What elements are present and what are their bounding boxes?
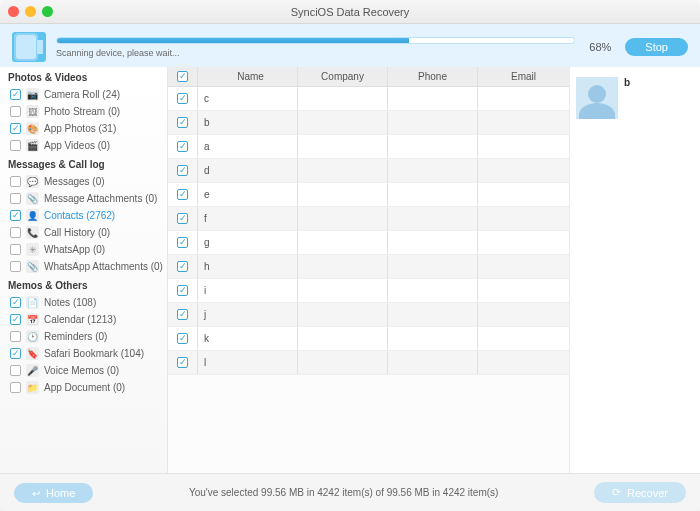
row-checkbox-cell[interactable]: [168, 351, 198, 374]
sidebar-item[interactable]: 📅Calendar (1213): [0, 311, 167, 328]
sidebar-item[interactable]: 💬Messages (0): [0, 173, 167, 190]
row-checkbox[interactable]: [177, 357, 188, 368]
sidebar-item[interactable]: 📄Notes (108): [0, 294, 167, 311]
sidebar-item-checkbox[interactable]: [10, 365, 21, 376]
row-checkbox-cell[interactable]: [168, 207, 198, 230]
cell-email: [478, 303, 569, 326]
sidebar-item[interactable]: 📁App Document (0): [0, 379, 167, 396]
recover-button[interactable]: Recover: [594, 482, 686, 503]
sidebar-item-icon: 📁: [26, 381, 39, 394]
row-checkbox[interactable]: [177, 213, 188, 224]
row-checkbox[interactable]: [177, 333, 188, 344]
row-checkbox-cell[interactable]: [168, 255, 198, 278]
sidebar-item-checkbox[interactable]: [10, 382, 21, 393]
sidebar-item[interactable]: 📎WhatsApp Attachments (0): [0, 258, 167, 275]
sidebar-item[interactable]: 📷Camera Roll (24): [0, 86, 167, 103]
sidebar-item-checkbox[interactable]: [10, 140, 21, 151]
row-checkbox-cell[interactable]: [168, 111, 198, 134]
sidebar-item[interactable]: 🖼Photo Stream (0): [0, 103, 167, 120]
footer-bar: Home You've selected 99.56 MB in 4242 it…: [0, 473, 700, 511]
sidebar-item-checkbox[interactable]: [10, 193, 21, 204]
cell-phone: [388, 135, 478, 158]
table-row[interactable]: a: [168, 135, 569, 159]
table-row[interactable]: h: [168, 255, 569, 279]
cell-company: [298, 351, 388, 374]
sidebar-item-icon: ✳: [26, 243, 39, 256]
cell-email: [478, 231, 569, 254]
sidebar-item[interactable]: 🎨App Photos (31): [0, 120, 167, 137]
header-phone[interactable]: Phone: [388, 67, 478, 86]
sidebar[interactable]: Photos & Videos📷Camera Roll (24)🖼Photo S…: [0, 67, 168, 473]
table-row[interactable]: j: [168, 303, 569, 327]
row-checkbox[interactable]: [177, 285, 188, 296]
table-row[interactable]: f: [168, 207, 569, 231]
cell-company: [298, 327, 388, 350]
row-checkbox-cell[interactable]: [168, 279, 198, 302]
row-checkbox[interactable]: [177, 141, 188, 152]
sidebar-item-checkbox[interactable]: [10, 123, 21, 134]
row-checkbox[interactable]: [177, 261, 188, 272]
header-name[interactable]: Name: [198, 67, 298, 86]
row-checkbox-cell[interactable]: [168, 87, 198, 110]
sidebar-item-checkbox[interactable]: [10, 227, 21, 238]
avatar-icon: [576, 77, 618, 119]
device-icon: [12, 32, 46, 62]
sidebar-item-checkbox[interactable]: [10, 348, 21, 359]
row-checkbox-cell[interactable]: [168, 327, 198, 350]
table-row[interactable]: d: [168, 159, 569, 183]
sidebar-item[interactable]: 📎Message Attachments (0): [0, 190, 167, 207]
row-checkbox[interactable]: [177, 189, 188, 200]
table-row[interactable]: e: [168, 183, 569, 207]
sidebar-item-checkbox[interactable]: [10, 210, 21, 221]
sidebar-item[interactable]: ✳WhatsApp (0): [0, 241, 167, 258]
row-checkbox-cell[interactable]: [168, 183, 198, 206]
row-checkbox[interactable]: [177, 117, 188, 128]
row-checkbox-cell[interactable]: [168, 159, 198, 182]
row-checkbox[interactable]: [177, 309, 188, 320]
sidebar-item-checkbox[interactable]: [10, 176, 21, 187]
table-row[interactable]: l: [168, 351, 569, 375]
recover-button-label: Recover: [627, 487, 668, 499]
close-icon[interactable]: [8, 6, 19, 17]
sidebar-item-checkbox[interactable]: [10, 244, 21, 255]
row-checkbox[interactable]: [177, 237, 188, 248]
sidebar-item[interactable]: 🎬App Videos (0): [0, 137, 167, 154]
table-row[interactable]: b: [168, 111, 569, 135]
table-body[interactable]: cbadefghijkl: [168, 87, 569, 473]
sidebar-item-checkbox[interactable]: [10, 106, 21, 117]
sidebar-item-checkbox[interactable]: [10, 314, 21, 325]
row-checkbox-cell[interactable]: [168, 231, 198, 254]
cell-company: [298, 207, 388, 230]
home-button[interactable]: Home: [14, 483, 93, 503]
sidebar-item[interactable]: 🔖Safari Bookmark (104): [0, 345, 167, 362]
sidebar-item[interactable]: 📞Call History (0): [0, 224, 167, 241]
sidebar-item-checkbox[interactable]: [10, 331, 21, 342]
sidebar-item[interactable]: 🎤Voice Memos (0): [0, 362, 167, 379]
select-all-checkbox[interactable]: [177, 71, 188, 82]
cell-name: j: [198, 303, 298, 326]
stop-button[interactable]: Stop: [625, 38, 688, 56]
table-row[interactable]: i: [168, 279, 569, 303]
sidebar-item-label: Messages (0): [44, 176, 105, 187]
sidebar-item-checkbox[interactable]: [10, 297, 21, 308]
cell-email: [478, 255, 569, 278]
maximize-icon[interactable]: [42, 6, 53, 17]
sidebar-item[interactable]: 👤Contacts (2762): [0, 207, 167, 224]
sidebar-item-checkbox[interactable]: [10, 89, 21, 100]
minimize-icon[interactable]: [25, 6, 36, 17]
header-email[interactable]: Email: [478, 67, 569, 86]
row-checkbox[interactable]: [177, 165, 188, 176]
cell-phone: [388, 231, 478, 254]
row-checkbox-cell[interactable]: [168, 303, 198, 326]
header-checkbox-cell[interactable]: [168, 67, 198, 86]
row-checkbox-cell[interactable]: [168, 135, 198, 158]
scan-bar: Scanning device, please wait... 68% Stop: [0, 24, 700, 67]
table-row[interactable]: c: [168, 87, 569, 111]
table-row[interactable]: g: [168, 231, 569, 255]
cell-company: [298, 87, 388, 110]
header-company[interactable]: Company: [298, 67, 388, 86]
sidebar-item[interactable]: 🕑Reminders (0): [0, 328, 167, 345]
table-row[interactable]: k: [168, 327, 569, 351]
row-checkbox[interactable]: [177, 93, 188, 104]
sidebar-item-checkbox[interactable]: [10, 261, 21, 272]
